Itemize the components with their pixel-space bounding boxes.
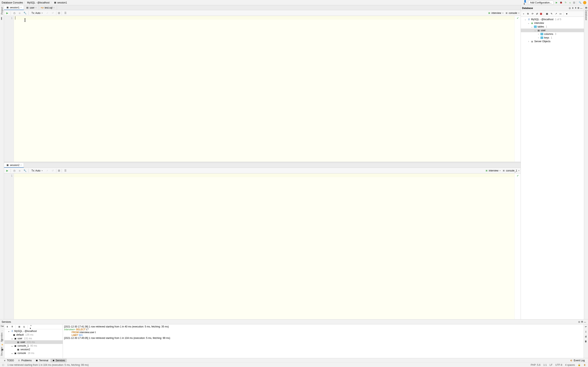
wrench-icon[interactable]: 🔧 [23,11,27,15]
minimize-icon[interactable]: — [584,320,586,323]
tx-mode-dropdown[interactable]: Tx: Auto [30,11,44,15]
table-view-icon[interactable]: ▦ [545,12,548,15]
tab-session2[interactable]: ▦ session2 × [4,163,24,167]
svc-row-session2[interactable]: ▦ session2 [4,348,63,351]
favorites-tool-button[interactable]: Favorites [0,333,3,342]
schema-dropdown[interactable]: ▣ interview [485,169,501,172]
edit-icon[interactable]: ✎ [550,12,553,15]
user-dropdown-icon[interactable]: 👤▾ [524,1,527,4]
refresh-icon[interactable]: ⟳ [531,12,534,15]
svc-row-user-group[interactable]: ⌄ ▣ user 131 ms [4,337,63,340]
breadcrumb-item[interactable]: Database Consoles [2,1,23,4]
chevron-right-icon[interactable]: › [537,36,540,39]
history-icon[interactable]: ◷ [12,11,16,15]
bottom-tab-services[interactable]: ◆Services [51,359,67,362]
sync-icon[interactable]: ⇄ [536,12,538,15]
stop-icon[interactable] [540,13,542,15]
tree-row-datasource[interactable]: ⌄ 🛢 MySQL - @localhost 1 of 5 [521,17,584,21]
status-indent[interactable]: 4 spaces [565,364,575,366]
commit-icon[interactable]: ✓ [45,11,49,15]
chevron-down-icon[interactable]: ⌄ [527,22,530,25]
history-icon[interactable]: ◷ [12,169,16,173]
session-dropdown[interactable]: ▣ console_1 [502,169,519,172]
bottom-tab-problems[interactable]: ⚠Problems [16,359,33,362]
search-icon[interactable]: 🔍 [579,1,581,4]
services-tree[interactable]: ⌄ 🛢 MySQL - @localhost ▣ default 135 ms … [4,329,63,358]
tree-row-keys[interactable]: › keys 1 [521,36,584,40]
chevron-down-icon[interactable]: ⌄ [11,344,13,347]
execute-icon[interactable]: ▶ [5,169,9,173]
database-tool-button[interactable]: Database [585,9,588,21]
bottom-tab-terminal[interactable]: ▣Terminal [34,359,50,362]
cancel-query-icon[interactable] [58,12,60,14]
tree-row-tables[interactable]: ⌄ tables 1 [521,25,584,29]
tree-row-schema[interactable]: ⌄ ▣ interview [521,21,584,25]
status-line-sep[interactable]: LF [550,364,553,366]
profile-icon[interactable]: ⎋ [569,1,571,4]
scroll-to-end-icon[interactable]: ⤓ [585,330,587,333]
tx-mode-dropdown[interactable]: Tx: Auto [30,169,44,173]
editor-text-area[interactable] [14,174,515,319]
status-position[interactable]: 1:1 [543,364,547,366]
tab-session1[interactable]: ▦ session1 × [4,5,24,10]
execute-icon[interactable]: ▶ [5,11,9,15]
close-icon[interactable]: × [20,6,22,9]
sql-editor-2[interactable]: 1 ✔ [4,174,521,319]
inspection-indicator[interactable]: ✔ [515,174,521,319]
database-rail-icon[interactable]: ▤ [585,6,588,9]
tool-windows-icon[interactable]: ▢ [2,364,4,366]
duplicate-icon[interactable]: ⧉ [527,12,529,15]
svc-row-datasource[interactable]: ⌄ 🛢 MySQL - @localhost [4,329,63,333]
chevron-right-icon[interactable]: › [527,40,530,43]
tree-row-columns[interactable]: › columns 3 [521,32,584,36]
close-icon[interactable]: × [35,6,37,9]
ide-status-icon[interactable]: ◐ [584,364,586,366]
open-new-tab-icon[interactable]: ⎘ [23,325,26,328]
schema-dropdown[interactable]: ▣ interview [488,12,503,15]
tab-user[interactable]: ▤ user × [24,5,39,10]
lock-icon[interactable]: 🔒 [578,364,581,366]
session-dropdown[interactable]: ▣ console [505,12,519,15]
editor-text-area[interactable]: I [14,16,515,162]
close-icon[interactable]: × [53,6,55,9]
collapse-all-icon[interactable]: ⇞ [574,7,577,9]
clear-all-icon[interactable]: 🗑 [585,340,587,343]
add-configuration-button[interactable]: Add Configuration... [528,1,553,5]
jump-to-console-icon[interactable]: ↗ [554,12,557,15]
group-by-icon[interactable]: ⊞ [18,325,21,328]
rollback-icon[interactable]: ↺ [51,11,54,15]
stop-icon[interactable] [573,2,575,4]
tx-label-icon[interactable]: Tx▾ [1,325,4,327]
tree-row-user-table[interactable]: ⌄ ▤ user [521,29,584,32]
avatar[interactable] [583,1,586,4]
gear-icon[interactable]: ⚙ [581,320,584,323]
soft-wrap-icon[interactable]: ↩ [585,325,587,328]
view-icon[interactable]: ☰ [63,11,67,15]
bottom-tab-event-log[interactable]: ◐Event Log [568,359,586,362]
chevron-right-icon[interactable]: › [537,33,540,35]
project-tool-button[interactable]: Project [1,6,3,15]
add-service-icon[interactable]: ＋▾ [30,325,33,328]
chevron-down-icon[interactable]: ⌄ [531,25,533,28]
tab-test-sql[interactable]: SQL test.sql × [39,5,57,10]
view-icon[interactable]: ☰ [63,169,67,173]
sql-editor[interactable]: 1 I ✔ [4,16,521,162]
status-php[interactable]: PHP: 5.6 [531,364,540,366]
bookmark-icon[interactable]: ▌ [1,17,3,20]
run-with-coverage-icon[interactable]: ↻ [564,1,567,4]
debug-icon[interactable]: 🐞 [560,1,562,4]
ddl-icon[interactable]: ▭ [559,12,562,15]
chevron-down-icon[interactable]: ⌄ [11,337,13,340]
database-tree[interactable]: ⌄ 🛢 MySQL - @localhost 1 of 5 ⌄ ▣ interv… [521,17,584,319]
svc-row-console1[interactable]: ⌄ ▣ console_1 80 ms [4,344,63,348]
cancel-query-icon[interactable] [58,170,60,172]
breadcrumb-item[interactable]: MySQL - @localhost [27,1,50,4]
collapse-all-icon[interactable]: ⇞ [11,325,13,328]
breadcrumb-item[interactable]: session1 [57,1,67,4]
structure-tool-button[interactable]: Structure [0,347,3,356]
add-icon[interactable]: ＋ [522,12,525,15]
close-icon[interactable]: × [20,164,22,167]
inspection-indicator[interactable]: ✔ [515,16,521,162]
svc-row-console[interactable]: ⌄ ▣ console 18 ms [4,351,63,355]
gear-icon[interactable]: ⚙ [577,7,580,9]
